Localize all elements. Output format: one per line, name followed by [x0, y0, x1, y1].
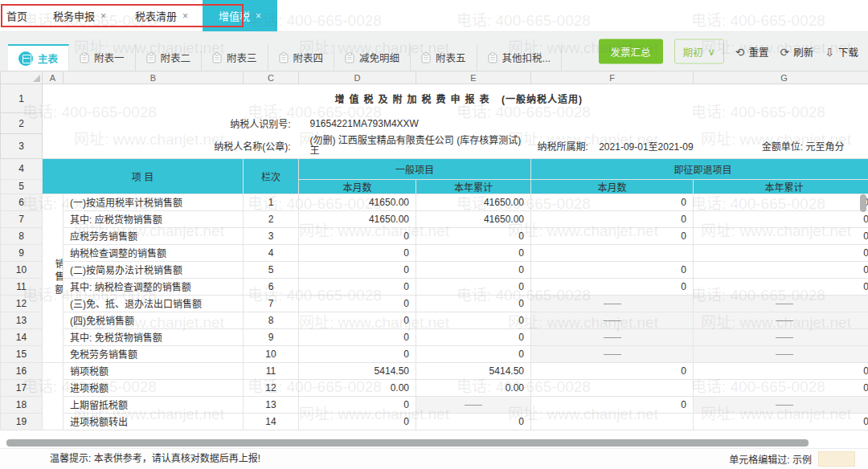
- cell-refund-month[interactable]: [531, 328, 694, 345]
- sheet-tab-8[interactable]: 其他扣税...: [477, 44, 562, 71]
- cell-refund-year[interactable]: 0: [694, 261, 868, 278]
- cell-general-month[interactable]: 0: [299, 295, 416, 312]
- window-tab-3[interactable]: 税表清册×: [121, 0, 203, 31]
- cell-refund-month[interactable]: 0: [531, 194, 694, 210]
- cell-refund-month[interactable]: [531, 295, 694, 312]
- cell-column-no[interactable]: 10: [244, 345, 299, 362]
- cell-general-month[interactable]: 0: [299, 278, 416, 295]
- cell-item-name[interactable]: 其中: 应税货物销售额: [63, 210, 244, 227]
- cell-refund-month[interactable]: 0: [531, 362, 694, 379]
- cell-column-no[interactable]: 12: [244, 379, 299, 396]
- cell-refund-month[interactable]: [531, 413, 694, 430]
- cell-column-no[interactable]: 6: [244, 278, 299, 295]
- sheet-tab-4[interactable]: 附表三: [202, 44, 268, 71]
- reset-button[interactable]: ⟲ 重置: [735, 44, 769, 59]
- cell-column-no[interactable]: 14: [244, 413, 299, 430]
- cell-general-year[interactable]: 0: [416, 295, 531, 312]
- cell-column-no[interactable]: 7: [244, 295, 299, 312]
- cell-item-name[interactable]: 上期留抵税额: [63, 396, 244, 413]
- cell-refund-year[interactable]: 0: [694, 413, 868, 430]
- cell-refund-month[interactable]: [531, 345, 694, 362]
- cell-refund-month[interactable]: 0: [531, 210, 694, 227]
- cell-item-name[interactable]: 纳税检查调整的销售额: [63, 244, 244, 261]
- cell-general-month[interactable]: 0: [299, 261, 416, 278]
- cell-item-name[interactable]: 销项税额: [63, 362, 244, 379]
- cell-general-year[interactable]: [416, 396, 531, 413]
- cell-general-year[interactable]: 5414.50: [416, 362, 531, 379]
- sheet-tab-5[interactable]: 附表四: [268, 44, 335, 71]
- cell-general-month[interactable]: 0: [299, 227, 416, 244]
- cell-general-month[interactable]: 41650.00: [299, 194, 416, 210]
- cell-general-month[interactable]: 41650.00: [299, 210, 416, 227]
- cell-general-year[interactable]: 0: [416, 261, 531, 278]
- cell-item-name[interactable]: 进项税额: [63, 379, 244, 396]
- cell-refund-year[interactable]: 0: [694, 244, 868, 261]
- cell-item-name[interactable]: (一)按适用税率计税销售额: [63, 194, 244, 210]
- cell-column-no[interactable]: 2: [244, 210, 299, 227]
- cell-general-month[interactable]: 0.00: [299, 379, 416, 396]
- cell-refund-year[interactable]: 0: [694, 194, 868, 210]
- cell-column-no[interactable]: 9: [244, 328, 299, 345]
- download-button[interactable]: ⇩ 下载: [825, 44, 858, 59]
- opening-button[interactable]: 期初 ∨: [674, 39, 724, 64]
- horizontal-scrollbar-thumb[interactable]: [6, 439, 809, 447]
- close-icon[interactable]: ×: [100, 10, 106, 22]
- cell-refund-year[interactable]: 0: [694, 278, 868, 295]
- sheet-tab-7[interactable]: 附表五: [411, 44, 477, 71]
- cell-item-name[interactable]: 进项税额转出: [63, 413, 244, 430]
- cell-item-name[interactable]: (四)免税销售额: [63, 312, 244, 328]
- cell-refund-year[interactable]: 0: [694, 379, 868, 396]
- vertical-scrollbar-thumb[interactable]: [860, 194, 866, 212]
- cell-column-no[interactable]: 1: [244, 194, 299, 210]
- sheet-tab-3[interactable]: 附表二: [136, 44, 203, 71]
- sheet-tab-6[interactable]: 减免明细: [334, 44, 411, 71]
- cell-column-no[interactable]: 11: [244, 362, 299, 379]
- close-icon[interactable]: ×: [182, 10, 188, 22]
- cell-refund-year[interactable]: 0: [694, 210, 868, 227]
- cell-item-name[interactable]: (三)免、抵、退办法出口销售额: [63, 295, 244, 312]
- cell-general-month[interactable]: 0: [299, 328, 416, 345]
- cell-refund-year[interactable]: 0: [694, 227, 868, 244]
- cell-general-year[interactable]: 0: [416, 345, 531, 362]
- refresh-button[interactable]: ⟳ 刷新: [780, 44, 814, 59]
- cell-refund-year[interactable]: [694, 396, 868, 413]
- cell-refund-year[interactable]: [694, 345, 868, 362]
- cell-item-name[interactable]: 免税劳务销售额: [63, 345, 244, 362]
- sheet-tab-2[interactable]: 附表一: [69, 44, 136, 71]
- cell-refund-month[interactable]: 0: [531, 396, 694, 413]
- cell-refund-month[interactable]: 0: [531, 278, 694, 295]
- cell-general-month[interactable]: 0: [299, 244, 416, 261]
- cell-column-no[interactable]: 5: [244, 261, 299, 278]
- cell-refund-month[interactable]: [531, 312, 694, 328]
- cell-item-name[interactable]: 应税劳务销售额: [63, 227, 244, 244]
- cell-general-year[interactable]: 0: [416, 328, 531, 345]
- cell-refund-month[interactable]: [531, 244, 694, 261]
- cell-general-year[interactable]: 41650.00: [416, 194, 531, 210]
- cell-column-no[interactable]: 13: [244, 396, 299, 413]
- window-tab-2[interactable]: 税务申报×: [39, 0, 121, 31]
- cell-general-year[interactable]: 0: [416, 278, 531, 295]
- cell-item-name[interactable]: (二)按简易办法计税销售额: [63, 261, 244, 278]
- close-icon[interactable]: ×: [256, 10, 261, 22]
- cell-general-month[interactable]: 5414.50: [299, 362, 416, 379]
- cell-item-name[interactable]: 其中: 免税货物销售额: [63, 328, 244, 345]
- cell-general-year[interactable]: 0: [416, 312, 531, 328]
- invoice-summary-button[interactable]: 发票汇总: [599, 39, 663, 64]
- cell-column-no[interactable]: 3: [244, 227, 299, 244]
- cell-general-month[interactable]: 0: [299, 312, 416, 328]
- cell-general-month[interactable]: 0: [299, 396, 416, 413]
- cell-general-year[interactable]: 0: [416, 244, 531, 261]
- cell-column-no[interactable]: 8: [244, 312, 299, 328]
- cell-item-name[interactable]: 其中: 纳税检查调整的销售额: [63, 278, 244, 295]
- cell-refund-year[interactable]: 0: [694, 362, 868, 379]
- window-tab-4[interactable]: 增值税×: [203, 0, 277, 31]
- cell-refund-month[interactable]: 0: [531, 261, 694, 278]
- cell-refund-month[interactable]: 0: [531, 227, 694, 244]
- cell-general-year[interactable]: 41650.00: [416, 210, 531, 227]
- cell-refund-year[interactable]: [694, 312, 868, 328]
- cell-column-no[interactable]: 4: [244, 244, 299, 261]
- cell-general-month[interactable]: 0: [299, 345, 416, 362]
- cell-general-month[interactable]: 0: [299, 413, 416, 430]
- window-tab-1[interactable]: 首页: [0, 0, 39, 31]
- cell-general-year[interactable]: 0: [416, 227, 531, 244]
